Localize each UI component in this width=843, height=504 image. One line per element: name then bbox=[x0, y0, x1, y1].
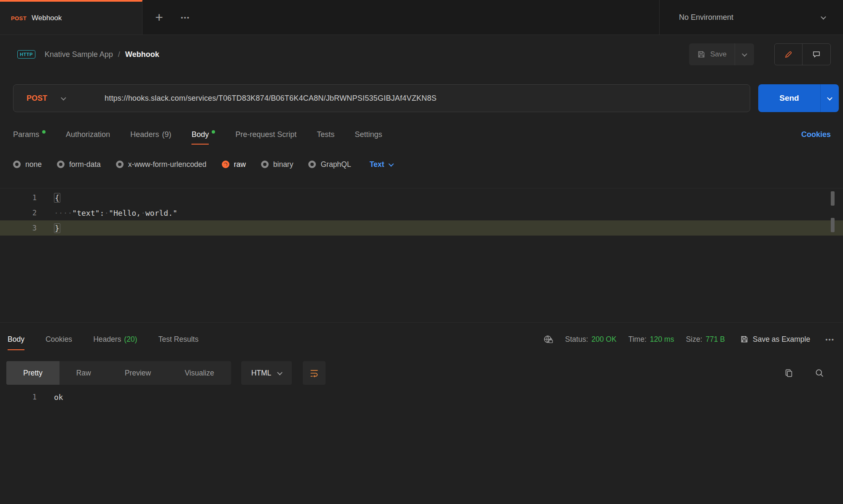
response-tab-headers[interactable]: Headers (20) bbox=[93, 335, 137, 344]
editor-line: 1 { bbox=[0, 190, 843, 205]
radio-icon bbox=[261, 161, 269, 168]
request-tab-webhook[interactable]: POST Webhook bbox=[0, 0, 143, 35]
size-label: Size: bbox=[686, 335, 702, 344]
time-label: Time: bbox=[628, 335, 646, 344]
mode-binary[interactable]: binary bbox=[261, 160, 294, 169]
url-input[interactable]: https://hooks.slack.com/services/T06TD83… bbox=[105, 94, 436, 103]
response-line-content: ok bbox=[54, 393, 63, 402]
size-value: 771 B bbox=[706, 335, 725, 344]
wrap-text-icon bbox=[309, 368, 319, 378]
request-header-actions: Save bbox=[689, 43, 831, 65]
cookies-link[interactable]: Cookies bbox=[801, 130, 831, 139]
status-indicator: Status: 200 OK bbox=[565, 335, 617, 344]
mode-raw[interactable]: raw bbox=[222, 160, 246, 169]
breadcrumb-separator: / bbox=[118, 50, 120, 59]
search-icon[interactable] bbox=[815, 368, 824, 378]
send-button-group: Send bbox=[758, 84, 839, 112]
tab-prerequest-script[interactable]: Pre-request Script bbox=[235, 130, 296, 139]
chevron-down-icon bbox=[61, 95, 66, 100]
view-raw-button[interactable]: Raw bbox=[59, 361, 108, 385]
raw-language-dropdown[interactable]: Text bbox=[369, 160, 393, 169]
radio-icon bbox=[116, 161, 124, 168]
view-pretty-button[interactable]: Pretty bbox=[6, 361, 59, 385]
editor-scrollbar-thumb[interactable] bbox=[831, 191, 835, 206]
editor-scrollbar-thumb[interactable] bbox=[831, 218, 835, 232]
editor-line-content: ····"text":·"Hello,·world." bbox=[54, 209, 178, 217]
response-view-switcher: Pretty Raw Preview Visualize bbox=[6, 361, 231, 385]
breadcrumb: Knative Sample App / Webhook bbox=[45, 50, 159, 59]
response-toolbar: Pretty Raw Preview Visualize HTML bbox=[6, 361, 824, 385]
response-header: Body Cookies Headers (20) Test Results S… bbox=[8, 325, 835, 353]
chevron-down-icon bbox=[827, 95, 832, 100]
line-number: 1 bbox=[0, 393, 37, 401]
mode-graphql[interactable]: GraphQL bbox=[308, 160, 351, 169]
environment-selector[interactable]: No Environment bbox=[659, 0, 843, 35]
radio-selected-icon bbox=[222, 161, 229, 168]
tab-authorization[interactable]: Authorization bbox=[66, 130, 110, 139]
save-as-example-button[interactable]: Save as Example bbox=[740, 335, 810, 344]
params-active-dot bbox=[42, 130, 46, 134]
radio-icon bbox=[308, 161, 316, 168]
save-options-button[interactable] bbox=[735, 43, 754, 65]
response-format-dropdown[interactable]: HTML bbox=[241, 361, 292, 385]
body-mode-selector: none form-data x-www-form-urlencoded raw… bbox=[13, 153, 393, 175]
mode-form-data[interactable]: form-data bbox=[57, 160, 101, 169]
time-value: 120 ms bbox=[650, 335, 674, 344]
wrap-lines-button[interactable] bbox=[303, 361, 326, 385]
response-format-label: HTML bbox=[251, 369, 272, 378]
environment-name: No Environment bbox=[679, 13, 733, 22]
response-tab-body[interactable]: Body bbox=[8, 335, 24, 344]
line-number: 2 bbox=[0, 209, 37, 217]
chevron-down-icon bbox=[821, 14, 826, 20]
response-more-options-icon[interactable]: ••• bbox=[825, 336, 835, 343]
breadcrumb-collection[interactable]: Knative Sample App bbox=[45, 50, 113, 59]
save-button-label: Save bbox=[710, 50, 727, 59]
save-icon bbox=[697, 50, 706, 59]
edit-button[interactable] bbox=[775, 44, 803, 65]
line-number: 1 bbox=[0, 193, 37, 202]
tab-body[interactable]: Body bbox=[191, 130, 215, 139]
tab-strip: POST Webhook + ••• No Environment bbox=[0, 0, 843, 35]
chevron-down-icon bbox=[388, 161, 394, 166]
network-globe-icon[interactable] bbox=[543, 334, 553, 344]
method-dropdown[interactable]: POST bbox=[13, 94, 105, 103]
status-value: 200 OK bbox=[592, 335, 617, 344]
tab-params[interactable]: Params bbox=[13, 130, 46, 139]
open-brace: { bbox=[54, 193, 60, 203]
pencil-icon bbox=[784, 50, 793, 59]
chevron-down-icon bbox=[277, 370, 283, 375]
status-label: Status: bbox=[565, 335, 588, 344]
url-row: POST https://hooks.slack.com/services/T0… bbox=[13, 84, 839, 112]
comments-button[interactable] bbox=[803, 44, 830, 65]
response-divider bbox=[0, 322, 843, 323]
request-meta-buttons bbox=[774, 43, 831, 65]
response-tab-test-results[interactable]: Test Results bbox=[158, 335, 198, 344]
time-indicator: Time: 120 ms bbox=[628, 335, 674, 344]
response-tab-cookies[interactable]: Cookies bbox=[46, 335, 72, 344]
line-number: 3 bbox=[0, 224, 37, 232]
send-options-button[interactable] bbox=[820, 84, 839, 112]
tab-settings[interactable]: Settings bbox=[355, 130, 382, 139]
response-headers-count: (20) bbox=[124, 335, 137, 344]
breadcrumb-request-name[interactable]: Webhook bbox=[125, 50, 159, 59]
response-body-viewer[interactable]: 1 ok bbox=[0, 389, 843, 405]
send-button[interactable]: Send bbox=[758, 84, 820, 112]
tab-headers[interactable]: Headers (9) bbox=[130, 130, 171, 139]
save-button[interactable]: Save bbox=[689, 43, 754, 65]
copy-icon[interactable] bbox=[784, 368, 794, 378]
mode-none[interactable]: none bbox=[13, 160, 42, 169]
tab-title: Webhook bbox=[32, 14, 62, 22]
response-toolbar-right bbox=[784, 368, 824, 378]
response-line: 1 ok bbox=[0, 389, 843, 405]
mode-x-www-form-urlencoded[interactable]: x-www-form-urlencoded bbox=[116, 160, 207, 169]
new-tab-button[interactable]: + bbox=[155, 11, 163, 24]
tab-tests[interactable]: Tests bbox=[317, 130, 334, 139]
method-label: POST bbox=[27, 94, 47, 103]
request-body-editor[interactable]: 1 { 2 ····"text":·"Hello,·world." 3 } bbox=[0, 188, 843, 322]
tab-more-options-icon[interactable]: ••• bbox=[181, 14, 190, 21]
editor-line-current: 3 } bbox=[0, 220, 843, 236]
view-visualize-button[interactable]: Visualize bbox=[168, 361, 231, 385]
view-preview-button[interactable]: Preview bbox=[108, 361, 168, 385]
save-icon bbox=[740, 335, 749, 343]
http-protocol-icon: HTTP bbox=[17, 50, 35, 59]
